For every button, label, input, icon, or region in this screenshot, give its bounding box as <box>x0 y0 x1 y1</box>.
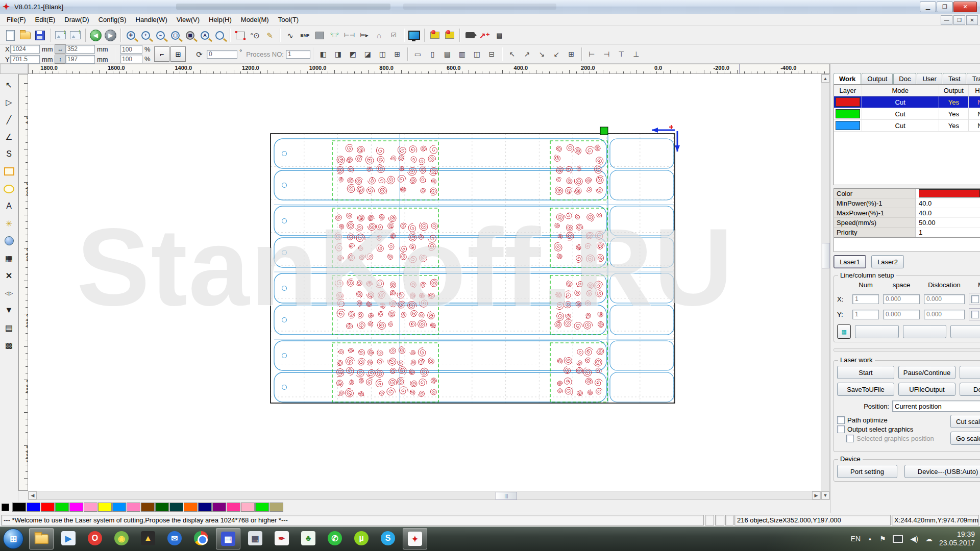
curve-tool-button[interactable]: ∿ <box>283 29 297 42</box>
palette-swatch-18[interactable] <box>270 503 283 512</box>
align-tool-2-0-button[interactable]: ↖ <box>505 47 519 61</box>
cut-scale-button[interactable]: Cut scale <box>950 415 980 428</box>
x-scale-input[interactable]: 100 <box>120 45 142 54</box>
laser2-button[interactable]: Laser2 <box>871 255 904 268</box>
tab-output[interactable]: Output <box>862 73 893 84</box>
horizontal-scroll-thumb[interactable]: ||| <box>496 492 517 500</box>
current-color-swatch[interactable] <box>2 504 9 511</box>
align-tool-3-2-button[interactable]: ⊤ <box>615 47 628 61</box>
redo-button[interactable]: ▶ <box>104 29 117 42</box>
restore-button[interactable]: ❐ <box>937 2 953 12</box>
node-edit-tool[interactable]: ▷ <box>2 95 16 109</box>
array-tool[interactable]: ▩ <box>2 338 16 352</box>
taskbar-icon-backup-app[interactable]: ▦ <box>216 528 240 549</box>
zoom-in-button[interactable]: + <box>139 29 153 42</box>
simulate-output-button[interactable] <box>428 29 442 42</box>
align-tool-3-0-button[interactable]: ⊢ <box>585 47 599 61</box>
lock-ratio-button[interactable]: ⌐ <box>154 46 169 62</box>
palette-swatch-5[interactable] <box>84 503 97 512</box>
y-scale-input[interactable]: 100 <box>120 55 142 63</box>
device-select-button[interactable]: Device---(USB:Auto) <box>904 465 980 478</box>
position-select[interactable]: Current position <box>892 400 980 412</box>
palette-swatch-15[interactable] <box>227 503 240 512</box>
taskbar-icon-utorrent[interactable]: µ <box>350 528 373 548</box>
polyline-tool[interactable]: ∠ <box>2 130 16 144</box>
child-restore-button[interactable]: ❐ <box>953 15 965 25</box>
dot-grid-tool[interactable]: ▦ <box>2 251 16 265</box>
pick-area-button[interactable] <box>233 29 247 42</box>
menu-item-handle[interactable]: Handle(W) <box>131 14 172 25</box>
taskbar-icon-calculator[interactable]: ▦ <box>243 528 267 548</box>
menu-item-edit[interactable]: Edit(E) <box>31 14 60 25</box>
menu-item-draw[interactable]: Draw(D) <box>60 14 93 25</box>
line-column-y-input-1[interactable]: 0.000 <box>883 310 920 319</box>
savetoufile-button[interactable]: SaveToUFile <box>837 383 894 396</box>
align-tool-0-4-button[interactable]: ◫ <box>376 47 389 61</box>
export-image-button[interactable]: ↑ <box>68 29 82 42</box>
tray-network-icon[interactable] <box>893 535 903 543</box>
x-position-input[interactable]: 1024 <box>10 45 40 54</box>
layer-row[interactable]: CutYesNo <box>834 96 980 108</box>
taskbar-icon-thunderbird[interactable]: ✉ <box>163 528 186 548</box>
laser-position-button[interactable]: ↗⁺ <box>478 29 492 42</box>
taskbar-icon-laser-app[interactable]: ✦ <box>403 528 427 549</box>
preview-monitor-button[interactable] <box>407 29 421 42</box>
bmp-tool-button[interactable]: BMP <box>298 29 312 42</box>
tab-user[interactable]: User <box>917 73 942 84</box>
laser1-button[interactable]: Laser1 <box>834 255 866 268</box>
align-tool-2-3-button[interactable]: ↙ <box>550 47 564 61</box>
node-tool-button[interactable]: °□° <box>328 29 341 42</box>
mirror-checkbox[interactable] <box>971 295 979 303</box>
menu-item-model[interactable]: Model(M) <box>236 14 274 25</box>
taskbar-icon-chrome[interactable] <box>189 528 213 548</box>
layer-row[interactable]: CutYesNo <box>834 108 980 120</box>
delete-tool[interactable]: ✕ <box>2 268 16 283</box>
anchor-point-button[interactable]: ⊞ <box>170 46 186 62</box>
path-optimize-checkbox[interactable] <box>837 416 845 424</box>
align-tool-1-5-button[interactable]: ⊟ <box>485 47 499 61</box>
start-button[interactable]: ⊞ <box>3 529 23 549</box>
text-tool[interactable]: A <box>2 199 16 213</box>
taskbar-icon-feather-app[interactable]: ✒ <box>270 528 293 548</box>
port-setting-button[interactable]: Port setting <box>837 465 897 478</box>
import-image-button[interactable]: ↓ <box>54 29 67 42</box>
preview-tool[interactable]: ▤ <box>2 320 16 335</box>
align-tool-1-0-button[interactable]: ▭ <box>411 47 425 61</box>
zoom-all-button[interactable]: ▦ <box>183 29 197 42</box>
line-column-x-input-1[interactable]: 0.000 <box>883 294 920 304</box>
shape-tool-button[interactable]: ⌂ <box>372 29 386 42</box>
palette-swatch-1[interactable] <box>27 503 40 512</box>
menu-item-tool[interactable]: Tool(T) <box>274 14 303 25</box>
layer-row[interactable]: CutYesNo <box>834 120 980 132</box>
curve-tool[interactable]: S <box>2 147 16 161</box>
taskbar-icon-media-player[interactable]: ▶ <box>57 528 80 548</box>
align-tool-1-2-button[interactable]: ▤ <box>440 47 454 61</box>
palette-swatch-9[interactable] <box>141 503 155 512</box>
mirror-h-tool[interactable]: ◁▷ <box>2 286 16 300</box>
tray-expand-icon[interactable]: ▲ <box>868 536 872 541</box>
zoom-pan-button[interactable]: ✛ <box>124 29 138 42</box>
pick-point-button[interactable]: °⊙ <box>248 29 262 42</box>
param-value[interactable] <box>916 189 980 198</box>
mirror-checkbox[interactable] <box>971 311 979 318</box>
param-check-button[interactable]: ☑ <box>387 29 401 42</box>
pause-continue-button[interactable]: Pause/Continue <box>898 366 955 379</box>
palette-swatch-2[interactable] <box>41 503 55 512</box>
tray-cloud-icon[interactable]: ☁ <box>925 535 933 543</box>
align-tool-2-2-button[interactable]: ↘ <box>535 47 549 61</box>
camera-button[interactable] <box>463 29 477 42</box>
param-color-swatch[interactable] <box>919 189 980 197</box>
download-button[interactable]: Download <box>960 383 980 396</box>
tab-doc[interactable]: Doc <box>893 73 916 84</box>
fill-tool-button[interactable] <box>313 29 327 42</box>
horizontal-scrollbar[interactable]: ◀ ||| ▶ <box>28 491 821 500</box>
y-position-input[interactable]: 701.5 <box>10 55 40 64</box>
param-value[interactable]: 40.0 <box>916 208 980 218</box>
palette-swatch-0[interactable] <box>12 503 26 512</box>
zoom-select-button[interactable]: A <box>198 29 212 42</box>
tray-clock[interactable]: 19:39 23.05.2017 <box>939 530 975 547</box>
rotate-angle-input[interactable]: 0 <box>207 50 237 59</box>
tab-test[interactable]: Test <box>943 73 966 84</box>
start-button[interactable]: Start <box>837 366 894 379</box>
stop-button[interactable]: Stop <box>960 366 980 379</box>
